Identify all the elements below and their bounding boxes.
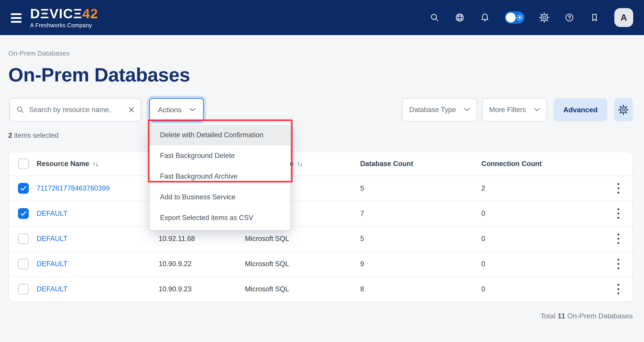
menu-item-delete-with-detailed-confirmation[interactable]: Delete with Detailed Confirmation xyxy=(150,125,290,145)
search-box[interactable] xyxy=(10,98,141,121)
table-row: DEFAULT 10.92.11.68 Microsoft SQL 5 0 xyxy=(9,226,632,251)
connection-count-cell: 0 xyxy=(481,285,604,293)
check-icon xyxy=(19,183,28,194)
database-count-cell: 5 xyxy=(360,184,481,192)
page-title: On-Prem Databases xyxy=(8,64,633,86)
sun-icon xyxy=(516,14,523,21)
connection-count-cell: 0 xyxy=(481,210,604,218)
connection-count-cell: 0 xyxy=(481,235,604,243)
database-type-label: Database Type xyxy=(409,106,456,114)
table-row: DEFAULT 7 0 xyxy=(9,201,632,226)
row-kebab-menu[interactable] xyxy=(615,181,622,196)
menu-item-fast-background-archive[interactable]: Fast Background Archive xyxy=(150,166,290,187)
selected-label: items selected xyxy=(14,131,59,139)
logo-wordmark: DΞVICΞ42 xyxy=(30,7,98,21)
column-header-database-count: Database Count xyxy=(360,160,481,168)
search-input[interactable] xyxy=(29,106,128,114)
sort-icon[interactable]: ↑↓ xyxy=(92,160,98,168)
database-count-cell: 7 xyxy=(360,210,481,218)
database-count-cell: 8 xyxy=(360,285,481,293)
ip-cell: 10.90.9.22 xyxy=(159,260,245,268)
toolbar: Actions Database Type More Filters Advan… xyxy=(8,98,633,121)
selected-count: 2 xyxy=(8,131,12,139)
gear-icon xyxy=(618,105,628,115)
databases-table: Resource Name ↑↓ Database Type ↑↓ Databa… xyxy=(8,152,633,302)
device42-logo: DΞVICΞ42 A Freshworks Company xyxy=(30,7,98,28)
search-icon[interactable] xyxy=(429,12,440,23)
svg-text:?: ? xyxy=(568,15,571,21)
resource-name-link[interactable]: DEFAULT xyxy=(37,235,68,243)
table-header-row: Resource Name ↑↓ Database Type ↑↓ Databa… xyxy=(9,152,632,176)
row-checkbox[interactable] xyxy=(18,284,29,294)
database-count-cell: 5 xyxy=(360,235,481,243)
user-avatar[interactable]: A xyxy=(614,8,633,27)
table-row: DEFAULT 10.90.9.22 Microsoft SQL 9 0 xyxy=(9,251,632,276)
resource-name-link[interactable]: DEFAULT xyxy=(37,210,68,217)
ip-cell: 10.90.9.23 xyxy=(159,285,245,293)
row-checkbox[interactable] xyxy=(18,259,29,269)
table-settings-gear-button[interactable] xyxy=(614,98,633,121)
row-checkbox[interactable] xyxy=(18,183,29,194)
ip-cell: 10.92.11.68 xyxy=(159,235,245,243)
row-kebab-menu[interactable] xyxy=(615,282,622,296)
column-header-resource-name[interactable]: Resource Name ↑↓ xyxy=(37,160,159,168)
theme-toggle[interactable] xyxy=(505,12,524,24)
avatar-initial: A xyxy=(621,13,627,23)
column-header-connection-count: Connection Count xyxy=(481,160,604,168)
resource-name-link[interactable]: DEFAULT xyxy=(37,260,68,268)
selection-status: 2 items selected xyxy=(8,131,633,139)
top-navbar: DΞVICΞ42 A Freshworks Company xyxy=(0,0,644,35)
row-kebab-menu[interactable] xyxy=(615,231,622,246)
type-cell: Microsoft SQL xyxy=(245,235,360,243)
select-all-checkbox[interactable] xyxy=(18,158,29,169)
globe-icon[interactable] xyxy=(454,12,465,23)
actions-button-label: Actions xyxy=(158,106,182,114)
connection-count-cell: 0 xyxy=(481,260,604,268)
menu-item-fast-background-delete[interactable]: Fast Background Delete xyxy=(150,145,290,166)
actions-dropdown-menu: Delete with Detailed Confirmation Fast B… xyxy=(150,123,290,230)
table-total-summary: Total 11 On-Prem Databases xyxy=(8,312,633,320)
chevron-down-icon xyxy=(534,108,540,112)
check-icon xyxy=(19,208,28,219)
total-count: 11 xyxy=(558,312,565,320)
more-filters-label: More Filters xyxy=(489,106,526,114)
menu-item-export-selected-items-as-csv[interactable]: Export Selected items as CSV xyxy=(150,208,290,228)
row-kebab-menu[interactable] xyxy=(615,206,622,221)
table-row: DEFAULT 10.90.9.23 Microsoft SQL 8 0 xyxy=(9,276,632,301)
row-checkbox[interactable] xyxy=(18,233,29,244)
chevron-down-icon xyxy=(464,108,470,112)
advanced-button[interactable]: Advanced xyxy=(554,98,607,121)
actions-dropdown-button[interactable]: Actions xyxy=(149,98,204,121)
logo-42: 42 xyxy=(82,6,98,21)
clear-search-icon[interactable] xyxy=(128,106,135,113)
toggle-knob-icon xyxy=(506,13,516,23)
main-content: On-Prem Databases On-Prem Databases Acti… xyxy=(0,50,644,320)
database-count-cell: 9 xyxy=(360,260,481,268)
sort-icon[interactable]: ↑↓ xyxy=(297,160,302,168)
resource-name-link[interactable]: DEFAULT xyxy=(37,285,68,293)
logo-tagline: A Freshworks Company xyxy=(30,23,98,28)
database-type-filter[interactable]: Database Type xyxy=(402,98,477,121)
bookmark-icon[interactable] xyxy=(589,12,600,23)
chevron-down-icon xyxy=(190,108,196,112)
search-input-icon xyxy=(16,106,24,114)
notifications-bell-icon[interactable] xyxy=(480,12,490,23)
row-kebab-menu[interactable] xyxy=(615,256,622,271)
table-row: 7117261778463760399 5 2 xyxy=(9,176,632,201)
navbar-actions: ? A xyxy=(429,8,633,27)
connection-count-cell: 2 xyxy=(481,184,604,192)
type-cell: Microsoft SQL xyxy=(245,285,360,293)
breadcrumb[interactable]: On-Prem Databases xyxy=(8,50,70,57)
filter-controls: Database Type More Filters Advanced xyxy=(402,98,633,121)
resource-name-link[interactable]: 7117261778463760399 xyxy=(37,184,110,192)
hamburger-menu-icon[interactable] xyxy=(11,13,22,23)
menu-item-add-to-business-service[interactable]: Add to Business Service xyxy=(150,187,290,208)
help-icon[interactable]: ? xyxy=(564,12,575,23)
settings-gear-icon[interactable] xyxy=(539,12,550,23)
row-checkbox[interactable] xyxy=(18,208,29,219)
more-filters-dropdown[interactable]: More Filters xyxy=(482,98,547,121)
type-cell: Microsoft SQL xyxy=(245,260,360,268)
on-prem-databases-page: { "colors": { "navbar_bg": "#0C2A66", "a… xyxy=(0,0,644,342)
